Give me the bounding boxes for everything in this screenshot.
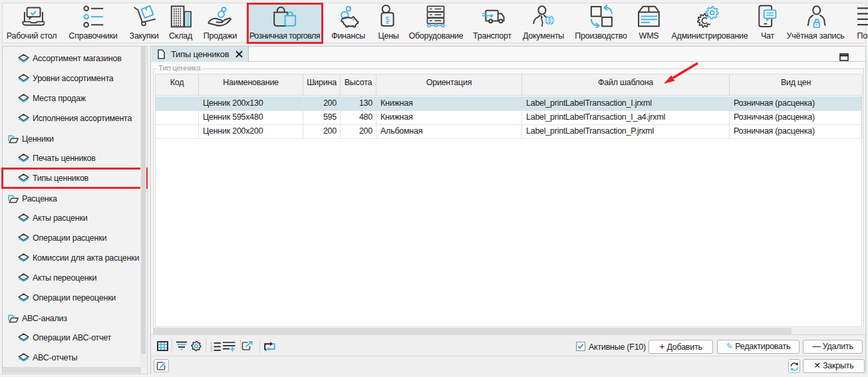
svg-text:3: 3 bbox=[210, 348, 212, 352]
svg-text:$: $ bbox=[385, 15, 390, 23]
